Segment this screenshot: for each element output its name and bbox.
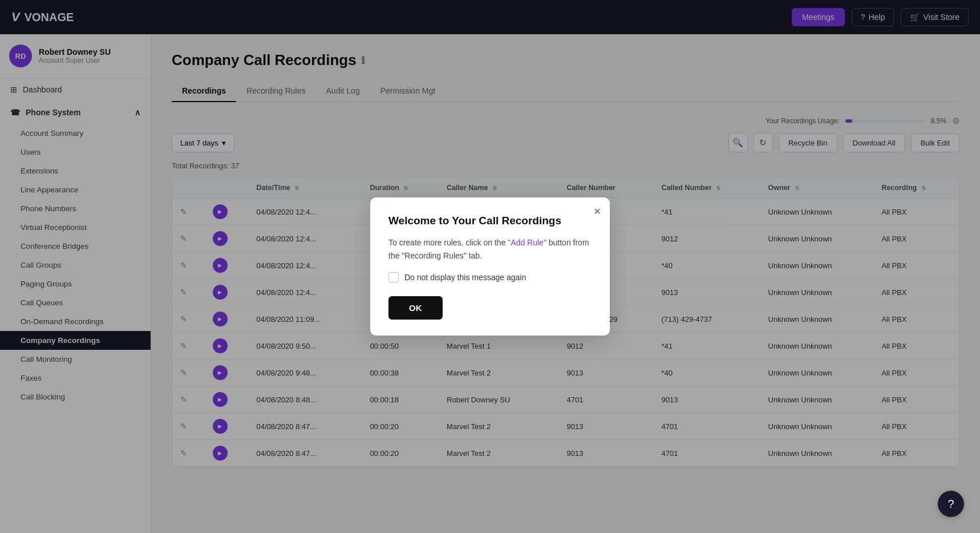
modal-ok-button[interactable]: OK: [388, 296, 443, 320]
help-fab-icon: ?: [947, 498, 954, 511]
modal-title: Welcome to Your Call Recordings: [388, 215, 592, 227]
do-not-display-checkbox[interactable]: [388, 272, 399, 282]
modal-overlay: × Welcome to Your Call Recordings To cre…: [0, 0, 980, 533]
do-not-display-label: Do not display this message again: [404, 273, 526, 282]
modal-checkbox-row: Do not display this message again: [388, 272, 592, 282]
modal-body: To create more rules, click on the "Add …: [388, 236, 592, 262]
modal-close-button[interactable]: ×: [594, 205, 601, 217]
help-fab-button[interactable]: ?: [938, 491, 964, 517]
add-rule-link[interactable]: "Add Rule": [508, 238, 546, 247]
modal-dialog: × Welcome to Your Call Recordings To cre…: [370, 197, 610, 336]
modal-body-prefix: To create more rules, click on the: [388, 238, 508, 247]
